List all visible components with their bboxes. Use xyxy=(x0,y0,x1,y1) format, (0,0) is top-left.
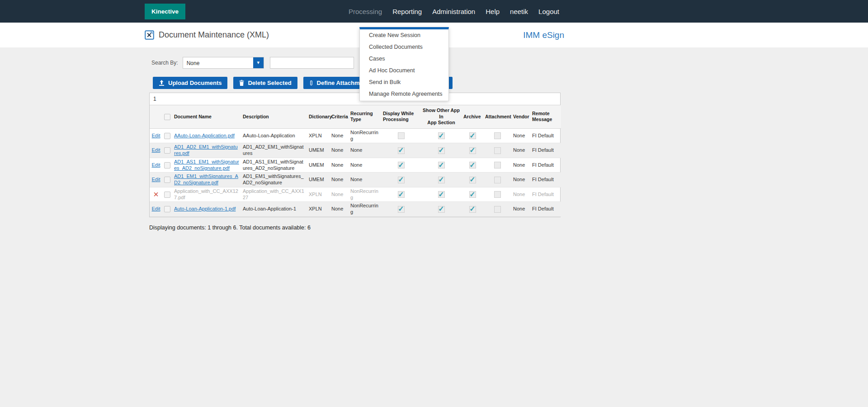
menu-item-collected-documents[interactable]: Collected Documents xyxy=(360,41,448,53)
col-display-while-processing: Display While Processing xyxy=(381,105,421,128)
show-other-app-cell: ✓ xyxy=(421,187,462,202)
table-row: EditAD1_EM1_withSignatures_AD2_noSignatu… xyxy=(150,173,561,187)
attachment-cell xyxy=(483,187,511,202)
checked-box-icon[interactable]: ✓ xyxy=(469,132,476,139)
dictionary-cell: XPLN xyxy=(307,187,330,202)
menu-item-manage-remote-agreements[interactable]: Manage Remote Agreements xyxy=(360,88,448,100)
document-name-link[interactable]: AD1_EM1_withSignatures_AD2_noSignature.p… xyxy=(174,173,238,185)
archive-cell: ✓ xyxy=(462,143,483,158)
checked-box-icon[interactable]: ✓ xyxy=(469,177,476,183)
unchecked-box-icon[interactable] xyxy=(494,147,501,154)
dictionary-cell: UMEM xyxy=(307,158,330,173)
checked-box-icon[interactable]: ✓ xyxy=(438,191,445,198)
checked-box-icon[interactable]: ✓ xyxy=(438,162,445,168)
checked-box-icon[interactable]: ✓ xyxy=(438,132,445,139)
checked-box-icon[interactable]: ✓ xyxy=(438,147,445,154)
documents-table-container: 1 Document Name Description Dictionary C… xyxy=(149,93,561,217)
display-while-processing-cell: ✓ xyxy=(381,158,421,173)
checked-box-icon[interactable]: ✓ xyxy=(438,206,445,213)
unchecked-box-icon[interactable] xyxy=(398,132,405,139)
archive-cell: ✓ xyxy=(462,187,483,202)
edit-link[interactable]: Edit xyxy=(152,133,160,138)
edit-link[interactable]: Edit xyxy=(152,147,160,153)
checked-box-icon[interactable]: ✓ xyxy=(398,206,405,213)
display-while-processing-cell xyxy=(381,128,421,143)
nav-item-neetik[interactable]: neetik xyxy=(510,8,528,15)
nav-item-reporting[interactable]: Reporting xyxy=(392,8,422,15)
unchecked-box-icon[interactable] xyxy=(494,132,501,139)
table-header-row: Document Name Description Dictionary Cri… xyxy=(150,105,561,128)
checked-box-icon[interactable]: ✓ xyxy=(398,177,405,183)
edit-link[interactable]: Edit xyxy=(152,206,160,211)
button-label: Upload Documents xyxy=(168,80,222,86)
attachment-cell xyxy=(483,173,511,187)
recurring-type-cell: NonRecurring xyxy=(349,202,381,217)
checked-box-icon[interactable]: ✓ xyxy=(398,162,405,168)
description-cell: AD1_AS1_EM1_withSignatures_AD2_noSignatu… xyxy=(241,158,307,173)
page-number[interactable]: 1 xyxy=(153,96,156,102)
col-dictionary: Dictionary xyxy=(307,105,330,128)
edit-link[interactable]: Edit xyxy=(152,162,160,168)
checked-box-icon[interactable]: ✓ xyxy=(398,191,405,198)
select-all-checkbox[interactable] xyxy=(164,114,170,120)
description-cell: AAuto-Loan-Application xyxy=(241,128,307,143)
recurring-type-cell: NonRecurring xyxy=(349,128,381,143)
menu-item-cases[interactable]: Cases xyxy=(360,53,448,65)
table-row: EditAD1_AD2_EM1_withSignatures.pdfAD1_AD… xyxy=(150,143,561,158)
row-checkbox[interactable] xyxy=(164,192,170,198)
document-name-link[interactable]: Application_with_CC_AXX127.pdf xyxy=(174,188,238,200)
row-checkbox[interactable] xyxy=(164,206,170,212)
col-attachment: Attachment xyxy=(483,105,511,128)
nav-item-processing[interactable]: Processing xyxy=(349,8,382,15)
criteria-cell: None xyxy=(330,173,349,187)
unchecked-box-icon[interactable] xyxy=(494,206,501,213)
upload-icon xyxy=(159,80,165,86)
dictionary-cell: XPLN xyxy=(307,202,330,217)
menu-item-send-in-bulk[interactable]: Send in Bulk xyxy=(360,76,448,88)
document-name-link[interactable]: AD1_AS1_EM1_withSignatures_AD2_noSignatu… xyxy=(174,159,239,171)
delete-x-icon[interactable]: × xyxy=(153,190,159,199)
row-checkbox[interactable] xyxy=(164,162,170,168)
checked-box-icon[interactable]: ✓ xyxy=(469,147,476,154)
row-checkbox[interactable] xyxy=(164,147,170,154)
chevron-down-icon[interactable]: ▾ xyxy=(253,57,264,68)
table-row: EditAD1_AS1_EM1_withSignatures_AD2_noSig… xyxy=(150,158,561,173)
checked-box-icon[interactable]: ✓ xyxy=(469,162,476,168)
checked-box-icon[interactable]: ✓ xyxy=(398,147,405,154)
menu-item-ad-hoc-document[interactable]: Ad Hoc Document xyxy=(360,65,448,76)
table-row: ×Application_with_CC_AXX127.pdfApplicati… xyxy=(150,187,561,202)
recurring-type-cell: None xyxy=(349,143,381,158)
header-action-column xyxy=(150,105,162,128)
upload-documents-button[interactable]: Upload Documents xyxy=(153,77,227,89)
unchecked-box-icon[interactable] xyxy=(494,177,501,183)
menu-item-create-new-session[interactable]: Create New Session xyxy=(360,29,448,41)
unchecked-box-icon[interactable] xyxy=(494,162,501,168)
criteria-cell: None xyxy=(330,143,349,158)
edit-link[interactable]: Edit xyxy=(152,177,160,182)
col-criteria: Criteria xyxy=(330,105,349,128)
description-cell: Auto-Loan-Application-1 xyxy=(241,202,307,217)
nav-item-logout[interactable]: Logout xyxy=(538,8,559,15)
toolbar-buttons: Upload DocumentsDelete SelectedDefine At… xyxy=(153,77,565,89)
checked-box-icon[interactable]: ✓ xyxy=(469,191,476,198)
search-by-select[interactable]: None ▾ xyxy=(183,57,264,69)
unchecked-box-icon[interactable] xyxy=(494,191,501,198)
document-name-link[interactable]: Auto-Loan-Application-1.pdf xyxy=(174,206,236,211)
nav-item-administration[interactable]: Administration xyxy=(432,8,475,15)
processing-menu: Create New SessionCollected DocumentsCas… xyxy=(359,27,449,101)
document-name-link[interactable]: AAuto-Loan-Application.pdf xyxy=(174,133,235,138)
delete-selected-button[interactable]: Delete Selected xyxy=(233,77,297,89)
dictionary-cell: XPLN xyxy=(307,128,330,143)
search-input[interactable] xyxy=(270,57,354,69)
checked-box-icon[interactable]: ✓ xyxy=(438,177,445,183)
document-name-link[interactable]: AD1_AD2_EM1_withSignatures.pdf xyxy=(174,144,238,156)
row-checkbox[interactable] xyxy=(164,177,170,183)
nav-item-help[interactable]: Help xyxy=(486,8,500,15)
col-document-name: Document Name xyxy=(172,105,241,128)
remote-message-cell: FI Default xyxy=(530,173,561,187)
header-select-column xyxy=(162,105,172,128)
row-checkbox[interactable] xyxy=(164,133,170,139)
attachment-cell xyxy=(483,128,511,143)
paperclip-icon xyxy=(309,80,313,86)
checked-box-icon[interactable]: ✓ xyxy=(469,206,476,213)
